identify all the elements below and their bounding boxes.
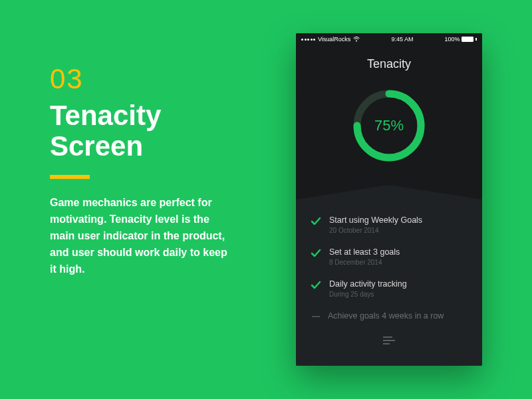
menu-icon[interactable] [311, 335, 467, 347]
info-panel: 03 Tenacity Screen Game mechanics are pe… [50, 63, 236, 277]
section-divider-icon [296, 185, 482, 200]
check-icon [311, 248, 321, 259]
section-title: Tenacity Screen [50, 100, 236, 162]
svg-rect-3 [383, 340, 395, 341]
goal-subtitle: 8 December 2014 [329, 259, 467, 266]
battery-indicator: 100% [444, 36, 477, 43]
check-icon [311, 280, 321, 291]
section-number: 03 [50, 63, 236, 95]
wifi-icon [353, 36, 360, 43]
status-bar: VisualRocks 9:45 AM 100% [296, 33, 482, 45]
goal-title: Start using Weekly Goals [329, 215, 467, 225]
goal-item[interactable]: Daily activity tracking During 25 days [311, 273, 467, 305]
status-time: 9:45 AM [391, 36, 413, 43]
goal-subtitle: During 25 days [329, 291, 467, 298]
goal-item[interactable]: Start using Weekly Goals 20 October 2014 [311, 209, 467, 241]
svg-rect-4 [383, 343, 390, 344]
svg-rect-2 [383, 336, 392, 338]
progress-ring: 75% [349, 86, 429, 166]
goal-title: Achieve goals 4 weeks in a row [328, 311, 467, 321]
dash-icon [312, 316, 320, 317]
goal-item[interactable]: Set at least 3 goals 8 December 2014 [311, 241, 467, 273]
status-left: VisualRocks [301, 36, 360, 43]
goals-section: Start using Weekly Goals 20 October 2014… [296, 200, 482, 366]
divider [50, 175, 90, 179]
battery-pct: 100% [444, 36, 460, 43]
goal-item-pending[interactable]: Achieve goals 4 weeks in a row [311, 305, 467, 327]
goal-title: Daily activity tracking [329, 279, 467, 289]
goal-title: Set at least 3 goals [329, 247, 467, 257]
progress-percent: 75% [374, 117, 404, 134]
signal-icon [301, 39, 315, 41]
progress-section: Tenacity 75% [296, 45, 482, 186]
phone-mockup: VisualRocks 9:45 AM 100% Tenacity 75% [296, 33, 482, 366]
check-icon [311, 216, 321, 227]
app-title: Tenacity [296, 57, 482, 71]
carrier-label: VisualRocks [318, 36, 350, 43]
section-description: Game mechanics are perfect for motivatin… [50, 195, 236, 277]
goal-subtitle: 20 October 2014 [329, 227, 467, 234]
svg-point-0 [356, 40, 357, 41]
battery-icon [462, 37, 473, 42]
